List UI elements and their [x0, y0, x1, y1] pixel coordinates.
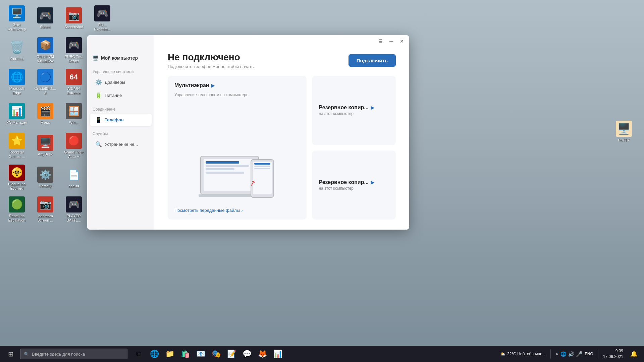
desktop-icon-rockstar[interactable]: ⭐ Rockstar Games ...: [3, 131, 30, 161]
microphone-icon[interactable]: 🎤: [576, 351, 583, 357]
sidebar-section-services: Службы: [87, 127, 154, 137]
pubg-battle-label: PLAYER BATTL...: [62, 214, 86, 223]
pubg-battle-icon: 🎮: [66, 196, 82, 213]
taskbar-search[interactable]: 🔍 Введите здесь для поиска: [20, 349, 127, 359]
multiscreen-card-desc: Управление телефоном на компьютере: [174, 93, 300, 97]
taskbar-edge[interactable]: 🌐: [147, 347, 162, 361]
power-icon: 🔋: [95, 92, 102, 99]
screen-line-2: [206, 165, 249, 167]
multiscreen-arrow: ▶: [211, 83, 215, 88]
taskbar-skype[interactable]: 💬: [239, 347, 254, 361]
sidebar-computer-label: Мой компьютер: [101, 55, 138, 61]
taskbar-imanager[interactable]: 📊: [270, 347, 285, 361]
desktop-icon-my-computer[interactable]: 🖥️ Этот компьютер: [3, 3, 30, 34]
phone-line-3: [254, 168, 270, 169]
desktop-icon-anydesk[interactable]: 🖥️ AnyDesk: [32, 131, 59, 161]
taskbar-separator-2: [598, 349, 598, 359]
desktop-icon-aida64[interactable]: 64 AIDA64 Extreme: [60, 67, 87, 97]
gta-label: Grand Theft Auto V: [62, 150, 86, 159]
backup-2-desc: на этот компьютер: [319, 186, 389, 191]
search-placeholder: Введите здесь для поиска: [32, 352, 85, 357]
desktop-icon-crystaldisk[interactable]: 🔵 CrystalDisk... 8: [32, 67, 59, 97]
sidebar-my-computer[interactable]: 🖥️ Мой компьютер: [87, 52, 154, 64]
desktop-icon-pubg-battle[interactable]: 🎮 PLAYER BATTL...: [60, 194, 87, 225]
oracle-label: Oracle VM VirtualBox: [33, 55, 57, 63]
desktop-icon-fraps[interactable]: 🎬 Fraps: [32, 99, 59, 129]
desktop-icon-icecream[interactable]: 📷 Icecream Screen ...: [32, 194, 59, 225]
recycle-label: Корзина: [10, 57, 24, 61]
taskbar-word[interactable]: 📝: [224, 347, 239, 361]
desktop-icon-plague[interactable]: ☣️ Plague Inc Evolved: [3, 163, 30, 193]
taskbar-outlook[interactable]: 📧: [193, 347, 208, 361]
backup-card-1[interactable]: Резервное копир... ▶ на этот компьютер: [312, 76, 396, 145]
desktop-icon-recycle[interactable]: 🗑️ Корзина: [3, 35, 30, 65]
anydesk-label: AnyDesk: [38, 152, 53, 157]
plague-icon: ☣️: [9, 165, 25, 181]
sidebar-item-phone[interactable]: 📱 Телефон: [90, 114, 152, 126]
menu-button[interactable]: ☰: [376, 37, 385, 46]
crystaldisk-icon: 🔵: [37, 69, 53, 85]
view-files-link[interactable]: Посмотреть переданные файлы ›: [174, 208, 300, 213]
steam-label: Steam: [40, 25, 51, 29]
drivers-icon: ⚙️: [95, 79, 102, 85]
taskbar-store[interactable]: 🛍️: [178, 347, 193, 361]
dialog-sidebar: 🖥️ Мой компьютер Управление системой ⚙️ …: [87, 35, 154, 230]
desktop-icon-rebel[interactable]: 🟢 Rebel Inc Escalation: [3, 194, 30, 225]
putty-icon: 🖥️: [616, 121, 632, 137]
start-button[interactable]: ⊞: [3, 346, 19, 362]
phone-icon: 📱: [95, 117, 102, 123]
fraps-label: Fraps: [41, 120, 50, 125]
chevron-up-icon[interactable]: ∧: [555, 352, 558, 356]
win-icon: 🪟: [66, 103, 82, 119]
network-icon[interactable]: 🌐: [560, 351, 566, 357]
sidebar-troubleshoot-label: Устранение не...: [105, 142, 138, 147]
lang-label[interactable]: ENG: [585, 352, 593, 356]
taskbar-yandex[interactable]: 🦊: [255, 347, 270, 361]
sidebar-item-power[interactable]: 🔋 Питание: [90, 89, 152, 102]
close-button[interactable]: ✕: [397, 37, 407, 46]
desktop-icon-pc-manager[interactable]: 📊 PC Manager: [3, 99, 30, 129]
screen-line-4: [206, 172, 244, 174]
clock-time: 9:39: [603, 348, 623, 354]
time-icon: 📄: [66, 167, 82, 183]
desktop-icon-oracle[interactable]: 📦 Oracle VM VirtualBox: [32, 35, 59, 65]
desktop-icon-edge[interactable]: 🌐 Microsoft Edge: [3, 67, 30, 97]
pubg-exp-label: PU... Experim...: [90, 23, 114, 32]
aida64-label: AIDA64 Extreme: [62, 86, 86, 95]
taskbar-pinned-apps: ⧉ 🌐 📁 🛍️ 📧 🎭 📝 💬 🦊 📊: [131, 347, 285, 361]
desktop-icon-pubg-exp[interactable]: 🎮 PU... Experim...: [89, 3, 116, 34]
desktop-icon-verseq[interactable]: ⚙️ VerseQ: [32, 163, 59, 193]
backup-card-2[interactable]: Резервное копир... ▶ на этот компьютер: [312, 150, 396, 220]
minimize-button[interactable]: ─: [386, 37, 396, 46]
backup-1-title: Резервное копир... ▶: [319, 105, 389, 111]
rockstar-icon: ⭐: [9, 133, 25, 149]
taskbar-clock[interactable]: 9:39 17.06.2021: [603, 348, 623, 360]
plague-label: Plague Inc Evolved: [5, 182, 29, 191]
taskbar-explorer[interactable]: 📁: [162, 347, 177, 361]
desktop-icon-pubg-test[interactable]: 🎮 PUBG Test Server: [60, 35, 87, 65]
sidebar-item-drivers[interactable]: ⚙️ Драйверы: [90, 76, 152, 88]
screen-line-1: [206, 161, 239, 164]
backup-1-arrow: ▶: [371, 105, 374, 110]
desktop-icon-putty[interactable]: 🖥️ PuTTY: [610, 121, 637, 142]
taskbar: ⊞ 🔍 Введите здесь для поиска ⧉ 🌐 📁 🛍️ 📧 …: [0, 346, 644, 362]
desktop-icon-gta[interactable]: 🔴 Grand Theft Auto V: [60, 131, 87, 161]
taskbar-task-view[interactable]: ⧉: [131, 347, 146, 361]
connect-button[interactable]: Подключить: [348, 54, 396, 67]
desktop-icon-win[interactable]: 🪟 Win...: [60, 99, 87, 129]
rockstar-label: Rockstar Games ...: [5, 150, 29, 159]
desktop-icon-steam[interactable]: 🎮 Steam: [32, 3, 59, 34]
desktop-icon-screenshot[interactable]: 📷 Screenshot: [60, 3, 87, 34]
notification-button[interactable]: 🔔: [627, 347, 641, 361]
taskbar-photoshop[interactable]: 🎭: [209, 347, 223, 361]
desktop-icon-time[interactable]: 📄 время: [60, 163, 87, 193]
verseq-label: VerseQ: [39, 184, 52, 188]
multiscreen-card[interactable]: Мультиэкран ▶ Управление телефоном на ко…: [168, 76, 307, 220]
screenshot-icon: 📷: [66, 7, 82, 23]
notification-icon: 🔔: [630, 350, 638, 358]
taskbar-weather[interactable]: ⛅ 22°C Неб. облачно...: [500, 352, 546, 356]
sidebar-item-troubleshoot[interactable]: 🔍 Устранение не...: [90, 138, 152, 150]
volume-icon[interactable]: 🔊: [568, 351, 574, 357]
phone-screen: [253, 162, 272, 194]
icecream-label: Icecream Screen ...: [33, 214, 57, 223]
